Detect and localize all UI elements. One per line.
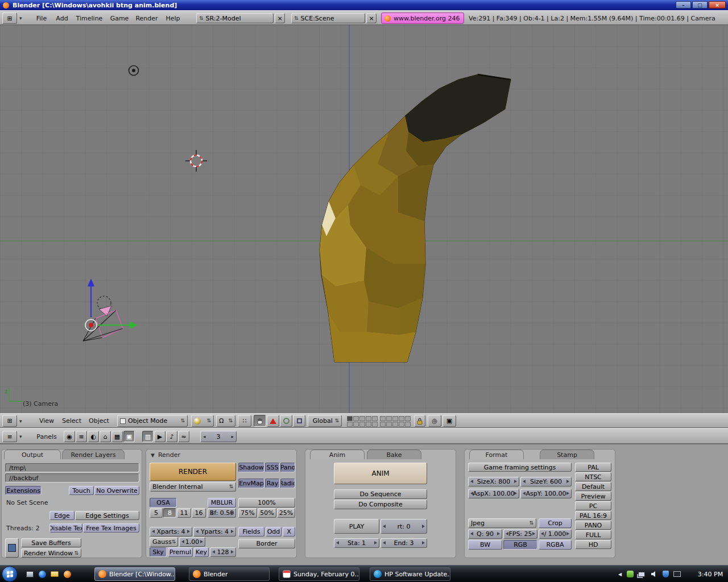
size-75-button[interactable]: 75% <box>238 508 257 518</box>
scene-selector[interactable]: ⇅ SCE:Scene <box>291 13 365 23</box>
menu-add[interactable]: Add <box>53 13 71 24</box>
editor-type-button[interactable]: ⊞ <box>2 13 17 24</box>
radio-toggle[interactable]: Radio <box>280 479 295 488</box>
frame-counter[interactable]: ◂ 3 ▸ <box>200 431 237 442</box>
screen-delete-button[interactable]: × <box>275 13 285 23</box>
layer-buttons-right[interactable] <box>380 416 411 427</box>
draw-type-dropdown[interactable]: ⇅ <box>191 415 214 427</box>
rgba-toggle[interactable]: RGBA <box>539 540 572 550</box>
render-preview-button[interactable]: ◎ <box>428 415 441 427</box>
size-100-button[interactable]: 100% <box>238 498 295 508</box>
tray-display-icon[interactable] <box>672 569 681 579</box>
context-scene-button[interactable]: ▣ <box>123 431 135 442</box>
sky-toggle[interactable]: Sky <box>150 547 167 557</box>
maximize-button[interactable]: □ <box>692 1 708 9</box>
size-25-button[interactable]: 25% <box>277 508 295 518</box>
preset-preview-button[interactable]: Preview <box>575 492 611 501</box>
size-y-field[interactable]: SizeY: 600 <box>520 477 572 487</box>
task-blender-file[interactable]: Blender [C:\Window... <box>94 567 175 581</box>
odd-toggle[interactable]: Odd <box>266 527 282 537</box>
asp-y-field[interactable]: AspY: 100.00 <box>520 489 572 498</box>
context-shading-button[interactable]: ◐ <box>88 431 99 442</box>
color-swatch-button[interactable] <box>5 538 19 558</box>
pano-toggle[interactable]: Pano <box>280 463 295 472</box>
context-editing-button[interactable]: ▦ <box>111 431 123 442</box>
frame-left-arrow-icon[interactable]: ◂ <box>203 434 206 439</box>
backbuf-field[interactable]: //backbuf <box>5 473 139 483</box>
output-path-field[interactable]: /tmp\ <box>5 463 139 472</box>
ray-toggle[interactable]: Ray <box>265 479 280 488</box>
osa-toggle[interactable]: OSA <box>150 498 177 508</box>
play-button[interactable]: PLAY <box>334 519 379 534</box>
task-calendar[interactable]: Sunday, February 0... <box>279 567 359 581</box>
start-button[interactable] <box>2 566 18 582</box>
panel-collapse-icon[interactable]: ▼ <box>151 452 155 458</box>
menu-file[interactable]: File <box>32 13 51 24</box>
envmap-toggle[interactable]: EnvMap <box>238 479 264 488</box>
pivot-dropdown[interactable]: Ω ⇅ <box>216 415 235 427</box>
buttons-collapse-icon[interactable]: ▾ <box>19 431 22 442</box>
minimize-button[interactable]: – <box>676 1 691 9</box>
start-frame-field[interactable]: Sta: 1 <box>334 538 379 548</box>
preset-pal169-button[interactable]: PAL 16:9 <box>575 511 611 520</box>
touch-toggle[interactable]: Touch <box>69 486 94 495</box>
title-bar[interactable]: Blender [C:\Windows\avohkii btng anim.bl… <box>0 0 728 10</box>
tab-render-layers[interactable]: Render Layers <box>62 450 125 459</box>
preset-default-button[interactable]: Default <box>575 482 611 491</box>
task-hp-update[interactable]: HP Software Update... <box>370 567 450 581</box>
preset-hd-button[interactable]: HD <box>575 540 611 549</box>
subcontext-sound-button[interactable]: ♪ <box>166 431 177 442</box>
octree-field[interactable]: 128 <box>210 547 236 557</box>
osa-8-button[interactable]: 8 <box>163 508 176 518</box>
tab-format[interactable]: Format <box>469 450 524 459</box>
subcontext-anim-button[interactable]: ▶ <box>154 431 166 442</box>
screen-selector[interactable]: ⇅ SR:2-Model <box>196 13 274 23</box>
rt-field[interactable]: rt: 0 <box>380 519 427 534</box>
context-object-button[interactable]: ⌂ <box>100 431 111 442</box>
subcontext-misc-button[interactable]: ≈ <box>178 431 189 442</box>
menu-help[interactable]: Help <box>163 13 183 24</box>
close-button[interactable]: × <box>709 1 726 9</box>
manipulator-toggle-button[interactable] <box>254 415 266 427</box>
fps-base-field[interactable]: / 1.000 <box>539 529 572 539</box>
xparts-field[interactable]: Xparts: 4 <box>150 527 192 537</box>
menu-view[interactable]: View <box>36 415 57 426</box>
game-framing-button[interactable]: Game framing settings <box>468 463 572 472</box>
preset-full-button[interactable]: FULL <box>575 530 611 539</box>
menu-game[interactable]: Game <box>108 13 131 24</box>
fields-x-toggle[interactable]: X <box>283 527 295 537</box>
anim-button[interactable]: ANIM <box>334 463 427 484</box>
menu-timeline[interactable]: Timeline <box>73 13 106 24</box>
fps-field[interactable]: FPS: 25 <box>503 529 537 539</box>
size-x-field[interactable]: SizeX: 800 <box>468 477 519 487</box>
rgb-toggle[interactable]: RGB <box>503 540 537 550</box>
buttons-editor-type-button[interactable]: ≡ <box>2 431 17 442</box>
panels-menu[interactable]: Panels <box>34 431 59 442</box>
subcontext-render-button[interactable]: ▥ <box>142 431 154 442</box>
render-panel-header[interactable]: ▼ Render <box>151 451 180 459</box>
blur-factor-field[interactable]: Bf: 0.50 <box>208 508 236 518</box>
preset-ntsc-button[interactable]: NTSC <box>575 472 611 481</box>
edge-settings-button[interactable]: Edge Settings <box>75 511 139 520</box>
save-buffers-button[interactable]: Save Buffers <box>21 538 81 547</box>
menu-render[interactable]: Render <box>133 13 160 24</box>
free-tex-images-toggle[interactable]: Free Tex Images <box>83 523 139 533</box>
quicklaunch-media-icon[interactable] <box>63 569 72 579</box>
preset-pc-button[interactable]: PC <box>575 501 611 510</box>
tab-anim[interactable]: Anim <box>310 450 365 459</box>
sss-toggle[interactable]: SSS <box>265 463 280 472</box>
preset-pano-button[interactable]: PANO <box>575 521 611 530</box>
translate-manipulator-button[interactable] <box>267 415 279 427</box>
preset-pal-button[interactable]: PAL <box>575 463 611 472</box>
orientation-dropdown[interactable]: Global ⇅ <box>308 415 342 427</box>
osa-16-button[interactable]: 16 <box>192 508 206 518</box>
render-window-dropdown[interactable]: Render Window ⇅ <box>21 548 81 558</box>
key-toggle[interactable]: Key <box>194 547 209 557</box>
menu-select[interactable]: Select <box>59 415 84 426</box>
context-script-button[interactable]: ≡ <box>76 431 87 442</box>
rotate-manipulator-button[interactable] <box>280 415 292 427</box>
viewport-editor-type-button[interactable]: ⊞ <box>2 415 17 427</box>
taskbar-clock[interactable]: 3:40 PM <box>694 566 727 582</box>
viewport-collapse-icon[interactable]: ▾ <box>19 415 22 427</box>
do-composite-toggle[interactable]: Do Composite <box>334 500 427 509</box>
